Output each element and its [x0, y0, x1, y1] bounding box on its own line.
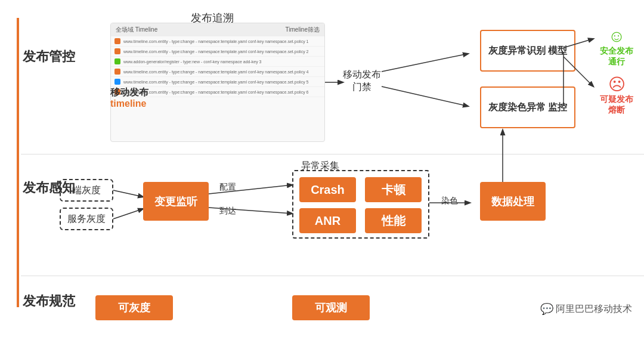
- fuwuhuidu-box: 服务灰度: [60, 208, 113, 230]
- divider-2: [21, 276, 644, 276]
- exc-xingneng: 性能: [365, 208, 422, 233]
- danger-label-2: 熔断: [600, 105, 633, 116]
- box-keguance: 可观测: [292, 295, 370, 320]
- label-daoda: 到达: [219, 206, 236, 217]
- gray-model-box: 灰度异常识别 模型: [480, 30, 575, 72]
- svg-line-6: [113, 190, 143, 197]
- timeline-box: 全场域 Timeline Timeline筛选 www.timeline.com…: [110, 23, 325, 142]
- dot-orange-2: [114, 48, 120, 54]
- biangeng-box: 变更监听: [143, 182, 209, 221]
- exc-katon: 卡顿: [365, 177, 422, 202]
- safe-publish: ☺ 安全发布 通行: [600, 27, 633, 67]
- alibaba-label: 💬 阿里巴巴移动技术: [540, 302, 632, 316]
- danger-label-1: 可疑发布: [600, 94, 633, 105]
- divider-1: [21, 154, 644, 154]
- exc-crash: Crash: [299, 177, 356, 202]
- timeline-row: www.timeline.com.entity - type:change - …: [111, 47, 324, 57]
- timeline-row: www.timeline.com.entity - type:change - …: [111, 77, 324, 87]
- label-peizhi: 配置: [219, 182, 236, 193]
- dot-orange-3: [114, 69, 120, 75]
- svg-line-1: [382, 54, 468, 72]
- exception-box: Crash 卡顿 ANR 性能: [292, 170, 429, 239]
- svg-line-2: [382, 86, 468, 106]
- dot-green-1: [114, 58, 120, 64]
- mobile-gate-label: 移动发布门禁: [343, 69, 381, 94]
- section-fabukongzhi: 发布管控: [23, 48, 75, 66]
- timeline-header-action: Timeline筛选: [286, 26, 320, 34]
- box-kehuidu: 可灰度: [95, 295, 173, 320]
- frown-icon: ☹: [600, 75, 633, 94]
- dot-blue-1: [114, 79, 120, 85]
- safe-label-2: 通行: [600, 57, 633, 67]
- exc-anr: ANR: [299, 208, 356, 233]
- timeline-row: www.timeline.com.entity - type:change - …: [111, 67, 324, 77]
- safe-label-1: 安全发布: [600, 46, 633, 57]
- timeline-row: www.timeline.com.entity - type:change - …: [111, 36, 324, 47]
- timeline-row: www.addon-generator/register - type:new …: [111, 57, 324, 67]
- dot-orange-1: [114, 38, 120, 44]
- main-container: 发布管控 发布感知 发布规范 发布追溯 全场域 Timeline Timelin…: [0, 0, 644, 337]
- svg-line-7: [113, 209, 143, 219]
- timeline-header-title: 全场域 Timeline: [116, 26, 157, 34]
- shujuchuli-box: 数据处理: [480, 182, 546, 221]
- gray-color-box: 灰度染色异常 监控: [480, 86, 575, 128]
- danger-publish: ☹ 可疑发布 熔断: [600, 75, 633, 116]
- label-ranse: 染色: [441, 196, 458, 206]
- timeline-label: 移动发布: [110, 86, 148, 99]
- timeline-header: 全场域 Timeline Timeline筛选: [111, 23, 324, 36]
- timeline-sublabel: timeline: [110, 98, 146, 109]
- left-line: [17, 18, 19, 307]
- wechat-icon: 💬: [540, 302, 553, 316]
- duanhuidu-box: 端灰度: [60, 179, 113, 202]
- smile-icon: ☺: [600, 27, 633, 46]
- section-fabuguguifan: 发布规范: [23, 292, 75, 310]
